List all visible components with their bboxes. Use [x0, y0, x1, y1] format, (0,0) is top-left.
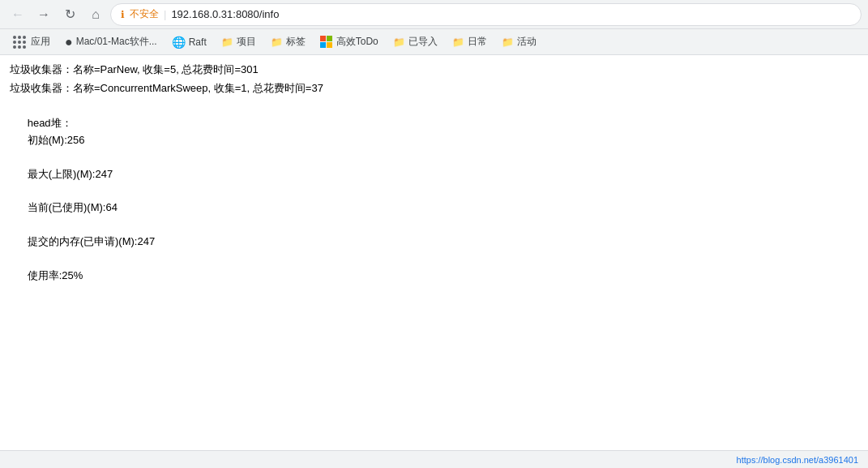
gc-cms-line: 垃圾收集器：名称=ConcurrentMarkSweep, 收集=1, 总花费时… [10, 80, 858, 97]
bookmark-github[interactable]: ● Mac/01-Mac软件... [58, 32, 164, 53]
heap-line: head堆： 初始(M):256 最大(上限)(M):247 当前(已使用)(M… [10, 99, 858, 302]
bookmark-apps[interactable]: 应用 [6, 32, 57, 52]
heap-committed: 提交的内存(已申请)(M):247 [28, 235, 155, 247]
bookmark-imported[interactable]: 📁 已导入 [387, 32, 444, 52]
heap-spacer3 [28, 218, 69, 230]
bookmarks-bar: 应用 ● Mac/01-Mac软件... 🌐 Raft 📁 项目 📁 标签 [0, 29, 868, 55]
bookmark-activity-label: 活动 [517, 35, 537, 49]
gc-parnew-line: 垃圾收集器：名称=ParNew, 收集=5, 总花费时间=301 [10, 62, 858, 79]
bookmark-todo-label: 高效ToDo [336, 35, 378, 49]
address-bar[interactable]: ℹ 不安全 | 192.168.0.31:8080/info [110, 3, 862, 26]
nav-bar: ← → ↻ ⌂ ℹ 不安全 | 192.168.0.31:8080/info [0, 0, 868, 29]
bookmark-imported-label: 已导入 [408, 35, 438, 49]
bookmark-label[interactable]: 📁 标签 [264, 32, 312, 52]
status-bar: https://blog.csdn.net/a3961401 [0, 450, 868, 468]
page-content: 垃圾收集器：名称=ParNew, 收集=5, 总花费时间=301 垃圾收集器：名… [0, 55, 868, 450]
heap-label: head堆： [28, 117, 72, 129]
heap-max: 最大(上限)(M):247 [28, 168, 113, 180]
insecure-label: 不安全 [130, 7, 159, 21]
back-button[interactable]: ← [6, 3, 29, 26]
folder-activity-icon: 📁 [502, 36, 514, 48]
forward-button[interactable]: → [32, 3, 55, 26]
heap-spacer4 [28, 252, 71, 264]
bookmark-apps-label: 应用 [31, 35, 50, 49]
bookmark-activity[interactable]: 📁 活动 [495, 32, 543, 52]
heap-current: 当前(已使用)(M):64 [28, 201, 118, 213]
home-button[interactable]: ⌂ [84, 3, 107, 26]
folder-daily-icon: 📁 [452, 36, 464, 48]
status-link: https://blog.csdn.net/a3961401 [737, 455, 858, 465]
heap-initial: 初始(M):256 [28, 134, 85, 146]
bookmark-label-label: 标签 [286, 35, 306, 49]
address-separator: | [164, 8, 166, 20]
bookmark-todo[interactable]: 高效ToDo [314, 32, 385, 52]
bookmark-daily-label: 日常 [468, 35, 487, 49]
bookmark-daily[interactable]: 📁 日常 [446, 32, 494, 52]
bookmark-project[interactable]: 📁 项目 [215, 32, 263, 52]
heap-spacer1 [28, 151, 54, 163]
url-text: 192.168.0.31:8080/info [171, 8, 851, 20]
ms-todo-icon [320, 36, 333, 49]
github-icon: ● [65, 35, 73, 49]
heap-spacer2 [28, 185, 54, 197]
raft-icon: 🌐 [172, 36, 186, 49]
bookmark-raft[interactable]: 🌐 Raft [165, 32, 213, 52]
insecure-icon: ℹ [121, 9, 125, 20]
folder-imported-icon: 📁 [393, 36, 405, 48]
apps-grid-icon [13, 36, 26, 49]
heap-usage: 使用率:25% [28, 269, 83, 281]
folder-label-icon: 📁 [271, 36, 283, 48]
browser-window: ← → ↻ ⌂ ℹ 不安全 | 192.168.0.31:8080/info 应… [0, 0, 868, 468]
folder-project-icon: 📁 [221, 36, 233, 48]
bookmark-project-label: 项目 [237, 35, 256, 49]
bookmark-raft-label: Raft [189, 36, 207, 48]
reload-button[interactable]: ↻ [58, 3, 81, 26]
bookmark-github-label: Mac/01-Mac软件... [76, 35, 157, 49]
